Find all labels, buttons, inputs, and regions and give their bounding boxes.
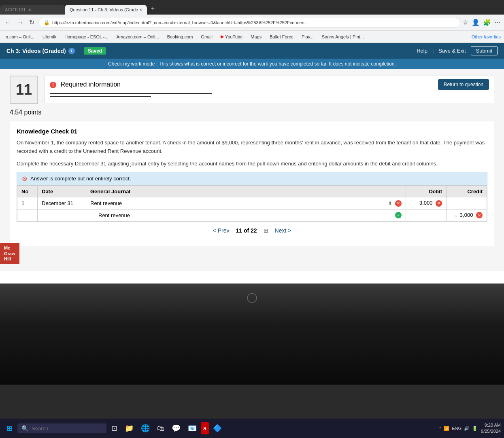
bookmark-label: Utomik bbox=[43, 34, 56, 39]
laptop-bottom: ◯ bbox=[0, 284, 504, 385]
credit-prefix-row2: ₛ bbox=[455, 213, 457, 218]
more-icon[interactable]: ⋯ bbox=[494, 19, 501, 26]
network-icon[interactable]: 📶 bbox=[444, 426, 449, 431]
other-favorites[interactable]: Other favorites bbox=[472, 34, 501, 39]
bookmark-sonny[interactable]: Sonny Angels | Pint... bbox=[319, 34, 366, 40]
bookmark-utomik[interactable]: Utomik bbox=[40, 34, 59, 40]
taskbar-app-a[interactable]: a bbox=[201, 422, 209, 434]
nav-bar: ← → ↻ 🔒 https://ezto.mheducation.com/ext… bbox=[0, 15, 504, 31]
journal-table: No Date General Journal Debit Credit 1 bbox=[17, 186, 487, 221]
mcgraw-line2: Graw bbox=[4, 251, 15, 256]
cell-row2-credit[interactable]: ₛ 3,000 ✕ bbox=[447, 209, 487, 221]
col-header-credit: Credit bbox=[447, 186, 487, 197]
tab-acct[interactable]: ACCT-101 ✕ bbox=[0, 5, 65, 15]
bookmark-label: Booking.com bbox=[167, 34, 193, 39]
tab-active-label: Question 11 - Ch 3: Videos (Grade × bbox=[70, 7, 142, 12]
bookmark-label: Homepage - ESOL -... bbox=[64, 34, 108, 39]
warning-icon: ! bbox=[50, 82, 56, 88]
extensions-icon[interactable]: 🧩 bbox=[483, 19, 491, 26]
search-bar[interactable]: 🔍 bbox=[17, 423, 106, 433]
return-to-question-button[interactable]: Return to question bbox=[438, 79, 489, 90]
prev-button[interactable]: < Prev bbox=[213, 227, 230, 234]
pagination: < Prev 11 of 22 ⊞ Next > bbox=[17, 222, 487, 239]
bookmark-label: n.com – Onli... bbox=[6, 34, 34, 39]
req-line-1 bbox=[50, 93, 212, 94]
req-line-2 bbox=[50, 96, 151, 97]
points-label: points bbox=[24, 109, 42, 116]
forward-button[interactable]: → bbox=[15, 17, 25, 28]
question-header: 11 ! Required information Return to ques… bbox=[10, 76, 494, 104]
col-header-gj: General Journal bbox=[86, 186, 406, 197]
bookmark-icon[interactable]: ☆ bbox=[463, 19, 468, 26]
check-mode-banner: Check my work mode : This shows what is … bbox=[0, 59, 504, 69]
bookmark-amazon[interactable]: Amazon.com – Onli... bbox=[114, 34, 162, 40]
cell-row1-debit[interactable]: 3,000 ✕ bbox=[406, 197, 447, 209]
page-title: Ch 3: Videos (Graded) i Saved bbox=[6, 47, 106, 55]
volume-icon[interactable]: 🔊 bbox=[464, 426, 470, 431]
expand-icon-row1[interactable]: ⬆ bbox=[388, 201, 392, 206]
search-input[interactable] bbox=[32, 425, 92, 432]
taskbar-clock: 9:20 AM 9/25/2024 bbox=[481, 422, 501, 435]
check-icon-row2-gj: ✓ bbox=[395, 212, 402, 218]
taskbar-app-store[interactable]: 🛍 bbox=[154, 422, 168, 434]
cell-row2-gj[interactable]: Rent revenue ✓ bbox=[86, 209, 406, 221]
info-icon[interactable]: i bbox=[68, 48, 75, 54]
taskbar-app-files[interactable]: 📁 bbox=[121, 422, 137, 434]
cell-row1-credit[interactable] bbox=[447, 197, 487, 209]
top-banner: Ch 3: Videos (Graded) i Saved Help | Sav… bbox=[0, 43, 504, 59]
cell-row1-gj[interactable]: Rent revenue ⬆ ✕ bbox=[86, 197, 406, 209]
bookmark-homepage[interactable]: Homepage - ESOL -... bbox=[62, 34, 111, 40]
cell-row1-date: December 31 bbox=[38, 197, 86, 209]
time-display: 9:20 AM bbox=[481, 422, 501, 428]
bookmark-ncom[interactable]: n.com – Onli... bbox=[3, 34, 37, 40]
taskbar-right: ^ 📶 ENG 🔊 🔋 9:20 AM 9/25/2024 bbox=[439, 422, 501, 435]
system-icons: ^ 📶 ENG 🔊 🔋 bbox=[439, 426, 478, 431]
date-display: 9/25/2024 bbox=[481, 428, 501, 434]
bookmark-label: Maps bbox=[251, 34, 262, 39]
mcgraw-line3: Hill bbox=[4, 256, 15, 262]
taskbar: ⊞ 🔍 ⊡ 📁 🌐 🛍 💬 📧 a 🔷 ^ 📶 ENG 🔊 🔋 9:2 bbox=[0, 419, 504, 438]
credit-value-row2: 3,000 bbox=[460, 212, 473, 218]
taskbar-app-mail[interactable]: 📧 bbox=[185, 422, 200, 434]
points-section: 4.54 points bbox=[10, 109, 494, 116]
taskbar-app-extra[interactable]: 🔷 bbox=[210, 422, 225, 434]
required-info-label: ! Required information bbox=[50, 81, 121, 88]
tab-question[interactable]: Question 11 - Ch 3: Videos (Grade × bbox=[65, 5, 147, 15]
req-lines bbox=[50, 93, 489, 97]
grid-icon[interactable]: ⊞ bbox=[264, 227, 268, 234]
table-row: 1 December 31 Rent revenue ⬆ ✕ bbox=[17, 197, 487, 209]
page-content: Ch 3: Videos (Graded) i Saved Help | Sav… bbox=[0, 43, 504, 284]
cell-row2-debit[interactable] bbox=[406, 209, 447, 221]
bookmark-play[interactable]: Play... bbox=[299, 34, 316, 40]
start-button[interactable]: ⊞ bbox=[3, 421, 16, 435]
bookmark-youtube[interactable]: ▶ YouTube bbox=[218, 33, 245, 40]
error-badge-row1-debit: ✕ bbox=[436, 200, 442, 207]
help-link[interactable]: Help bbox=[417, 48, 427, 54]
bookmark-booking[interactable]: Booking.com bbox=[165, 34, 196, 40]
back-button[interactable]: ← bbox=[3, 17, 13, 28]
refresh-button[interactable]: ↻ bbox=[28, 17, 36, 28]
mcgraw-logo: Mc Graw Hill bbox=[0, 243, 19, 264]
taskbar-app-edge[interactable]: 🌐 bbox=[138, 422, 153, 434]
bookmark-maps[interactable]: Maps bbox=[248, 34, 264, 40]
bookmark-bullet[interactable]: Bullet Force bbox=[267, 34, 296, 40]
question-number: 11 bbox=[16, 81, 32, 98]
submit-button[interactable]: Submit bbox=[471, 46, 498, 55]
bookmark-gmail[interactable]: Gmail bbox=[198, 34, 215, 40]
journal-table-wrapper: No Date General Journal Debit Credit 1 bbox=[17, 185, 487, 222]
save-exit-link[interactable]: Save & Exit bbox=[438, 48, 466, 54]
battery-icon[interactable]: 🔋 bbox=[472, 426, 478, 431]
chevron-icon[interactable]: ^ bbox=[439, 426, 441, 431]
profile-icon[interactable]: 👤 bbox=[472, 19, 480, 26]
taskbar-app-widget[interactable]: ⊡ bbox=[108, 422, 121, 434]
new-tab-button[interactable]: + bbox=[147, 2, 159, 15]
question-text-1: On November 1, the company rented space … bbox=[17, 139, 487, 156]
lang-label: ENG bbox=[452, 426, 461, 431]
cell-row2-date bbox=[38, 209, 86, 221]
taskbar-app-teams[interactable]: 💬 bbox=[168, 422, 184, 434]
next-button[interactable]: Next > bbox=[275, 227, 291, 234]
table-row: Rent revenue ✓ ₛ 3,000 bbox=[17, 209, 487, 221]
close-tab-icon[interactable]: ✕ bbox=[28, 8, 31, 12]
address-bar[interactable]: 🔒 https://ezto.mheducation.com/ext/map/i… bbox=[38, 18, 460, 28]
bookmark-label: Play... bbox=[302, 34, 314, 39]
